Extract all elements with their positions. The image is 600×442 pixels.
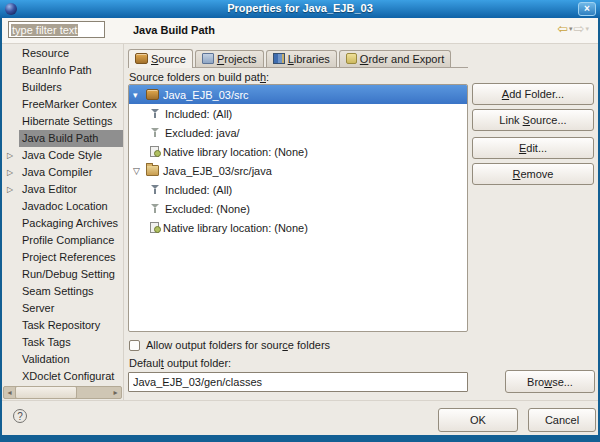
add-folder-button[interactable]: Add Folder...: [472, 83, 594, 105]
default-output-folder-input[interactable]: [128, 372, 468, 392]
link-source-button[interactable]: Link Source...: [472, 109, 594, 131]
sidebar-item-label: Server: [19, 300, 123, 317]
sidebar-item-label: Resource: [19, 45, 123, 62]
sidebar-item-label: Builders: [19, 79, 123, 96]
tab-source[interactable]: Source: [128, 49, 193, 68]
sidebar-item-profile-compliance[interactable]: Profile Compliance: [2, 232, 123, 249]
sidebar-item-resource[interactable]: Resource: [2, 45, 123, 62]
tree-item[interactable]: ▾Java_EJB_03/src: [129, 85, 467, 104]
expander-icon[interactable]: ▷: [2, 181, 19, 198]
edit-button[interactable]: Edit...: [472, 137, 594, 159]
expander-spacer: [2, 334, 19, 351]
cancel-button[interactable]: Cancel: [528, 408, 596, 432]
tree-item-label: Java_EJB_03/src/java: [163, 165, 272, 177]
expander-spacer: [2, 283, 19, 300]
tree-subitem-label: Native library location: (None): [163, 146, 308, 158]
tab-projects[interactable]: Projects: [195, 50, 264, 67]
sidebar-item-hibernate-settings[interactable]: Hibernate Settings: [2, 113, 123, 130]
sidebar-item-java-code-style[interactable]: ▷Java Code Style: [2, 147, 123, 164]
allow-output-label: Allow output folders for source folders: [146, 339, 330, 351]
tab-libraries[interactable]: Libraries: [266, 50, 337, 67]
sidebar-scrollbar[interactable]: ◂ ▸: [3, 386, 122, 399]
tree-item[interactable]: ▽Java_EJB_03/src/java: [129, 161, 467, 180]
properties-dialog: Properties for Java_EJB_03 × type filter…: [0, 0, 600, 442]
source-folders-tree: ▾Java_EJB_03/srcIncluded: (All)Excluded:…: [128, 84, 468, 332]
expander-spacer: [2, 62, 19, 79]
dialog-body: type filter text Java Build Path ⇦ ▾ ⇨ ▾…: [2, 18, 598, 435]
sidebar-item-label: Java Code Style: [19, 147, 123, 164]
libraries-icon: [273, 53, 285, 64]
expander-icon[interactable]: ▷: [2, 164, 19, 181]
filter-input[interactable]: type filter text: [8, 21, 105, 38]
sidebar-item-label: Java Editor: [19, 181, 123, 198]
sidebar-item-task-repository[interactable]: Task Repository: [2, 317, 123, 334]
expander-icon[interactable]: ▽: [133, 166, 146, 176]
sidebar-item-task-tags[interactable]: Task Tags: [2, 334, 123, 351]
tree-subitem[interactable]: Native library location: (None): [129, 218, 467, 237]
sidebar-item-run-debug-setting[interactable]: Run/Debug Setting: [2, 266, 123, 283]
footer-separator: [2, 400, 598, 401]
scroll-right-icon[interactable]: ▸: [110, 387, 121, 398]
tab-label: Order and Export: [360, 53, 444, 65]
page-title: Java Build Path: [133, 24, 215, 36]
tree-subitem-label: Excluded: java/: [165, 127, 240, 139]
tab-label: Source: [151, 53, 186, 65]
sidebar-item-java-compiler[interactable]: ▷Java Compiler: [2, 164, 123, 181]
remove-button[interactable]: Remove: [472, 163, 594, 185]
sidebar-item-javadoc-location[interactable]: Javadoc Location: [2, 198, 123, 215]
ok-button[interactable]: OK: [438, 408, 518, 432]
sidebar-item-label: Java Build Path: [19, 130, 123, 147]
expander-spacer: [2, 249, 19, 266]
tab-label: Projects: [217, 53, 257, 65]
sidebar-separator: [123, 44, 124, 400]
tree-subitem[interactable]: Included: (All): [129, 104, 467, 123]
expander-spacer: [2, 45, 19, 62]
tab-order-and-export[interactable]: Order and Export: [339, 50, 451, 67]
sidebar-item-freemarker-contex[interactable]: FreeMarker Contex: [2, 96, 123, 113]
expander-spacer: [2, 215, 19, 232]
package-icon: [146, 89, 159, 100]
sidebar-item-label: Java Compiler: [19, 164, 123, 181]
tree-subitem[interactable]: Excluded: java/: [129, 123, 467, 142]
expander-spacer: [2, 96, 19, 113]
expander-icon[interactable]: ▾: [133, 90, 146, 100]
sidebar-item-label: Hibernate Settings: [19, 113, 123, 130]
sidebar-item-java-build-path[interactable]: Java Build Path: [2, 130, 123, 147]
inclusion-filter-icon: [150, 184, 161, 195]
sidebar-item-validation[interactable]: Validation: [2, 351, 123, 368]
expander-icon[interactable]: ▷: [2, 147, 19, 164]
sidebar-item-beaninfo-path[interactable]: BeanInfo Path: [2, 62, 123, 79]
browse-button[interactable]: Browse...: [505, 370, 595, 393]
scroll-left-icon[interactable]: ◂: [4, 387, 15, 398]
sidebar-item-label: Project References: [19, 249, 123, 266]
allow-output-checkbox[interactable]: [129, 340, 140, 351]
sidebar-item-packaging-archives[interactable]: Packaging Archives: [2, 215, 123, 232]
scrollbar-thumb[interactable]: [15, 386, 77, 399]
expander-spacer: [2, 113, 19, 130]
exclusion-filter-icon: [150, 127, 161, 138]
tree-subitem[interactable]: Excluded: (None): [129, 199, 467, 218]
tree-subitem[interactable]: Included: (All): [129, 180, 467, 199]
sidebar-item-label: Profile Compliance: [19, 232, 123, 249]
tree-subitem[interactable]: Native library location: (None): [129, 142, 467, 161]
expander-spacer: [2, 266, 19, 283]
sidebar-item-label: Packaging Archives: [19, 215, 123, 232]
expander-spacer: [2, 79, 19, 96]
expander-spacer: [2, 232, 19, 249]
sidebar-item-seam-settings[interactable]: Seam Settings: [2, 283, 123, 300]
filter-text: type filter text: [11, 24, 78, 36]
tree-subitem-label: Included: (All): [165, 108, 232, 120]
sidebar-item-xdoclet-configurat[interactable]: XDoclet Configurat: [2, 368, 123, 385]
tree-subitem-label: Excluded: (None): [165, 203, 250, 215]
expander-spacer: [2, 300, 19, 317]
sidebar-item-label: Validation: [19, 351, 123, 368]
titlebar[interactable]: Properties for Java_EJB_03 ×: [0, 0, 600, 18]
sidebar-item-builders[interactable]: Builders: [2, 79, 123, 96]
sidebar-item-java-editor[interactable]: ▷Java Editor: [2, 181, 123, 198]
scrollbar-track[interactable]: [77, 387, 110, 398]
help-button[interactable]: ?: [13, 409, 27, 423]
sidebar-item-server[interactable]: Server: [2, 300, 123, 317]
sidebar-item-project-references[interactable]: Project References: [2, 249, 123, 266]
close-button[interactable]: ×: [578, 2, 596, 16]
expander-spacer: [2, 198, 19, 215]
